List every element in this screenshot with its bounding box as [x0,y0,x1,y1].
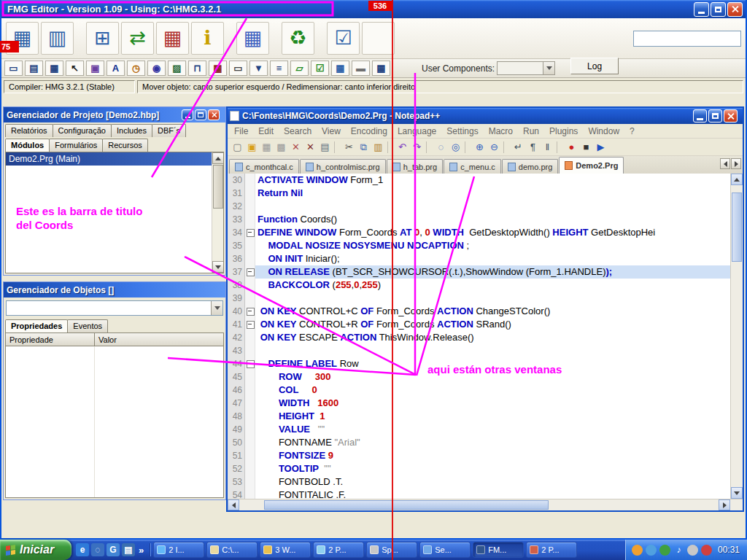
editor-vertical-scrollbar[interactable] [730,174,743,499]
scroll-right-button[interactable] [719,499,730,510]
menu-item[interactable]: ? [624,125,640,138]
task-button-6[interactable]: Se... [419,542,471,558]
tab-demo2-prg[interactable]: Demo2.Prg [559,157,624,174]
menu-settings[interactable]: Settings [441,125,483,138]
code-line-41[interactable]: 41 ON KEY CONTROL+R OF Form_Coords ACTIO… [228,318,743,331]
antivirus-icon[interactable] [659,545,670,556]
code-line-30[interactable]: 30ACTIVATE WINDOW Form_1 [228,174,743,187]
fold-marker-icon[interactable] [245,265,255,279]
log-button[interactable]: Log [570,58,619,74]
combo-dropdown-button[interactable] [543,62,554,74]
scrollbar-thumb[interactable] [732,192,742,262]
progress-bar-icon[interactable]: ▱ [290,61,309,76]
radio-button-icon[interactable]: ◉ [147,61,166,76]
toolbox-icon[interactable]: ▣ [86,61,104,76]
task-button-7[interactable]: FM... [473,542,524,558]
start-button[interactable]: Iniciar [0,540,71,560]
code-line-33[interactable]: 33Function Coords() [228,213,743,226]
quick-launch-overflow-chevron[interactable]: » [137,545,145,556]
scroll-down-button[interactable] [731,487,743,499]
find-icon[interactable]: ◌ [434,140,448,154]
code-lines[interactable]: 30ACTIVATE WINDOW Form_131Return Nil3233… [228,174,743,499]
project-tab-relat-rios[interactable]: Relatórios [5,124,53,137]
code-line-49[interactable]: 49 VALUE "" [228,423,743,436]
menu-plugins[interactable]: Plugins [544,125,583,138]
pointer-icon[interactable]: ↖ [66,61,84,76]
project-maximize-button[interactable] [195,109,206,120]
macro-stop-icon[interactable]: ■ [579,140,593,154]
data-table-icon[interactable]: ▦ [372,61,390,76]
tab-h-controlmisc-prg[interactable]: h_controlmisc.prg [300,159,386,174]
project-tab-formul-rios[interactable]: Formulários [49,139,103,152]
task-button-2[interactable]: C:\... [206,542,258,558]
scroll-left-button[interactable] [228,499,239,510]
code-line-42[interactable]: 42 ON KEY ESCAPE ACTION ThisWindow.Relea… [228,331,743,344]
notepad-minimize-button[interactable] [693,109,707,122]
form-icon[interactable]: ▤ [25,61,43,76]
task-button-1[interactable]: 2 I... [153,542,204,558]
volume-icon[interactable]: ♪ [673,545,684,556]
scroll-up-button[interactable] [731,174,743,185]
status-bar-icon[interactable]: ▬ [352,61,370,76]
code-line-34[interactable]: 34DEFINE WINDOW Form_Coords AT 0, 0 WIDT… [228,226,743,239]
fold-marker-icon[interactable] [245,318,255,331]
word-wrap-icon[interactable]: ↵ [511,140,525,154]
objects-grid-body[interactable] [5,346,224,498]
project-list-scrollbar[interactable] [212,152,223,273]
google-desktop-icon[interactable] [632,545,643,556]
tab-h-tab-prg[interactable]: h_tab.prg [387,159,443,174]
indent-guide-icon[interactable]: ‖ [541,140,554,154]
swap-forms-icon[interactable]: ⇄ [121,22,154,55]
menu-run[interactable]: Run [518,125,544,138]
close-file-icon[interactable]: ✕ [289,140,303,154]
new-file-icon[interactable]: ▢ [231,140,244,154]
form-preview-icon[interactable]: ⊞ [86,22,119,55]
update-icon[interactable] [701,545,712,556]
scroll-up-button[interactable] [212,152,224,164]
scrollbar-thumb[interactable] [213,165,223,209]
edit-grid-icon[interactable]: ▦ [156,22,189,55]
code-line-37[interactable]: 37 ON RELEASE (BT_SCR_SHOWCURSOR(.t.),Sh… [228,265,743,279]
macro-play-icon[interactable]: ▶ [594,140,608,154]
code-line-52[interactable]: 52 TOOLTIP "" [228,462,743,475]
code-line-54[interactable]: 54 FONTITALIC .F. [228,489,743,499]
refresh-icon[interactable]: ♻ [282,22,314,55]
objects-panel-titlebar[interactable]: Gerenciador de Objetos [] [4,282,225,298]
code-line-50[interactable]: 50 FONTNAME "Arial" [228,436,743,449]
label-icon[interactable]: A [107,61,125,76]
tab-control-icon[interactable]: ⊓ [188,61,206,76]
timer-icon[interactable]: ◷ [127,61,145,76]
code-line-31[interactable]: 31Return Nil [228,187,743,200]
menu-edit[interactable]: Edit [253,125,279,138]
toolbar-search-input[interactable] [633,31,741,47]
project-panel-titlebar[interactable]: Gerenciador de Projeto [Demo2.hbp] [4,107,225,122]
zoom-in-icon[interactable]: ⊕ [473,140,487,154]
tab-c-menu-c[interactable]: c_menu.c [444,159,501,174]
align-tools-icon[interactable]: ℹ [191,22,224,55]
removable-device-icon[interactable] [687,545,698,556]
show-desktop-icon[interactable]: ▤ [122,543,135,556]
code-line-47[interactable]: 47 WIDTH 1600 [228,397,743,410]
fold-marker-icon[interactable] [245,226,255,239]
code-line-48[interactable]: 48 HEIGHT 1 [228,410,743,423]
maximize-button[interactable] [711,2,726,17]
list-item[interactable]: Demo2.Prg (Main) [6,152,212,166]
check-box-icon[interactable]: ☑ [311,61,329,76]
user-components-combo[interactable] [497,61,555,75]
code-line-35[interactable]: 35 MODAL NOSIZE NOSYSMENU NOCAPTION ; [228,239,743,252]
code-line-40[interactable]: 40 ON KEY CONTROL+C OF Form_Coords ACTIO… [228,305,743,318]
date-picker-icon[interactable]: ▦ [209,61,227,76]
notepad-restore-button[interactable] [708,109,722,122]
notepad-close-button[interactable] [724,109,738,122]
macro-record-icon[interactable]: ● [565,140,578,154]
minimize-button[interactable] [694,2,709,17]
combo-box-icon[interactable]: ▼ [249,61,268,76]
show-all-chars-icon[interactable]: ¶ [526,140,540,154]
code-line-38[interactable]: 38 BACKCOLOR (255,0,255) [228,279,743,292]
scroll-down-button[interactable] [212,261,224,273]
combo-dropdown-button[interactable] [211,301,222,315]
code-line-32[interactable]: 32 [228,200,743,213]
tab-scroll-left-button[interactable] [720,158,730,169]
scrollbar-thumb[interactable] [264,500,549,510]
editor-horizontal-scrollbar[interactable] [228,499,743,510]
